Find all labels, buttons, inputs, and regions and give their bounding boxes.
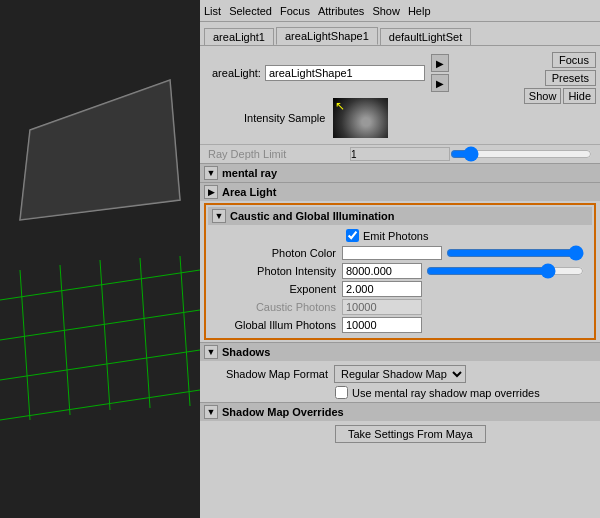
caustic-arrow: ▼	[212, 209, 226, 223]
area-light-arrow: ▶	[204, 185, 218, 199]
shadow-format-label: Shadow Map Format	[208, 368, 328, 380]
emit-photons-checkbox[interactable]	[346, 229, 359, 242]
right-panel: List Selected Focus Attributes Show Help…	[200, 0, 600, 518]
intensity-label: Intensity Sample	[244, 112, 325, 124]
tabs-row: areaLight1 areaLightShape1 defaultLightS…	[200, 22, 600, 46]
presets-button[interactable]: Presets	[545, 70, 596, 86]
menu-focus[interactable]: Focus	[280, 5, 310, 17]
menu-bar: List Selected Focus Attributes Show Help	[200, 0, 600, 22]
shadows-arrow: ▼	[204, 345, 218, 359]
intensity-arrow: ↖	[335, 100, 345, 112]
icon-btn-2[interactable]: ▶	[431, 74, 449, 92]
tab-area-light-shape1[interactable]: areaLightShape1	[276, 27, 378, 45]
caustic-section-header[interactable]: ▼ Caustic and Global Illumination	[208, 207, 592, 225]
global-illum-row: Global Illum Photons	[208, 316, 592, 334]
menu-list[interactable]: List	[204, 5, 221, 17]
photon-intensity-slider[interactable]	[426, 265, 584, 277]
mental-ray-title: mental ray	[222, 167, 277, 179]
shadow-map-overrides-content: Take Settings From Maya	[200, 421, 600, 447]
shadow-map-overrides-arrow: ▼	[204, 405, 218, 419]
ray-depth-label: Ray Depth Limit	[208, 148, 350, 160]
caustic-content: Emit Photons Photon Color Photon Intensi…	[208, 225, 592, 336]
area-light-section-header[interactable]: ▶ Area Light	[200, 182, 600, 201]
area-light-input[interactable]	[265, 65, 425, 81]
photon-color-row: Photon Color	[208, 244, 592, 262]
photon-intensity-label: Photon Intensity	[216, 265, 336, 277]
caustic-photons-row: Caustic Photons	[208, 298, 592, 316]
tab-default-light-set[interactable]: defaultLightSet	[380, 28, 471, 45]
shadows-section-header[interactable]: ▼ Shadows	[200, 342, 600, 361]
focus-button[interactable]: Focus	[552, 52, 596, 68]
shadow-map-overrides-header[interactable]: ▼ Shadow Map Overrides	[200, 402, 600, 421]
intensity-sample: ↖	[333, 98, 388, 138]
ray-depth-row: Ray Depth Limit	[200, 144, 600, 163]
caustic-photons-input	[342, 299, 422, 315]
photon-color-slider[interactable]	[446, 247, 584, 259]
svg-rect-0	[0, 0, 200, 518]
tab-area-light1[interactable]: areaLight1	[204, 28, 274, 45]
menu-help[interactable]: Help	[408, 5, 431, 17]
menu-selected[interactable]: Selected	[229, 5, 272, 17]
emit-photons-label: Emit Photons	[363, 230, 428, 242]
menu-attributes[interactable]: Attributes	[318, 5, 364, 17]
mental-ray-arrow: ▼	[204, 166, 218, 180]
menu-show[interactable]: Show	[372, 5, 400, 17]
shadow-override-row: Use mental ray shadow map overrides	[200, 385, 600, 400]
photon-color-label: Photon Color	[216, 247, 336, 259]
shadow-format-select[interactable]: Regular Shadow Map	[334, 365, 466, 383]
exponent-label: Exponent	[216, 283, 336, 295]
shadows-title: Shadows	[222, 346, 270, 358]
area-light-label: areaLight:	[212, 67, 261, 79]
ray-depth-slider[interactable]	[450, 148, 592, 160]
attrs-scroll[interactable]: ▼ mental ray ▶ Area Light ▼ Caustic and …	[200, 163, 600, 518]
global-illum-label: Global Illum Photons	[216, 319, 336, 331]
shadows-content: Shadow Map Format Regular Shadow Map Use…	[200, 361, 600, 402]
exponent-row: Exponent	[208, 280, 592, 298]
take-settings-button[interactable]: Take Settings From Maya	[335, 425, 486, 443]
emit-photons-row: Emit Photons	[338, 227, 592, 244]
photon-intensity-input[interactable]	[342, 263, 422, 279]
mental-ray-section-header[interactable]: ▼ mental ray	[200, 163, 600, 182]
photon-color-swatch[interactable]	[342, 246, 442, 260]
shadow-map-overrides-title: Shadow Map Overrides	[222, 406, 344, 418]
hide-button[interactable]: Hide	[563, 88, 596, 104]
viewport-panel	[0, 0, 200, 518]
shadow-format-row: Shadow Map Format Regular Shadow Map	[200, 363, 600, 385]
area-light-section-title: Area Light	[222, 186, 276, 198]
intensity-row: Intensity Sample ↖	[204, 96, 524, 142]
show-button[interactable]: Show	[524, 88, 562, 104]
shadow-override-checkbox[interactable]	[335, 386, 348, 399]
icon-btn-1[interactable]: ▶	[431, 54, 449, 72]
caustic-section: ▼ Caustic and Global Illumination Emit P…	[204, 203, 596, 340]
photon-intensity-row: Photon Intensity	[208, 262, 592, 280]
global-illum-input[interactable]	[342, 317, 422, 333]
exponent-input[interactable]	[342, 281, 422, 297]
area-light-row: areaLight: ▶ ▶	[204, 50, 524, 96]
ray-depth-input[interactable]	[350, 147, 450, 161]
shadow-override-label: Use mental ray shadow map overrides	[352, 387, 540, 399]
caustic-photons-label: Caustic Photons	[216, 301, 336, 313]
take-settings-row: Take Settings From Maya	[200, 423, 600, 445]
caustic-title: Caustic and Global Illumination	[230, 210, 394, 222]
